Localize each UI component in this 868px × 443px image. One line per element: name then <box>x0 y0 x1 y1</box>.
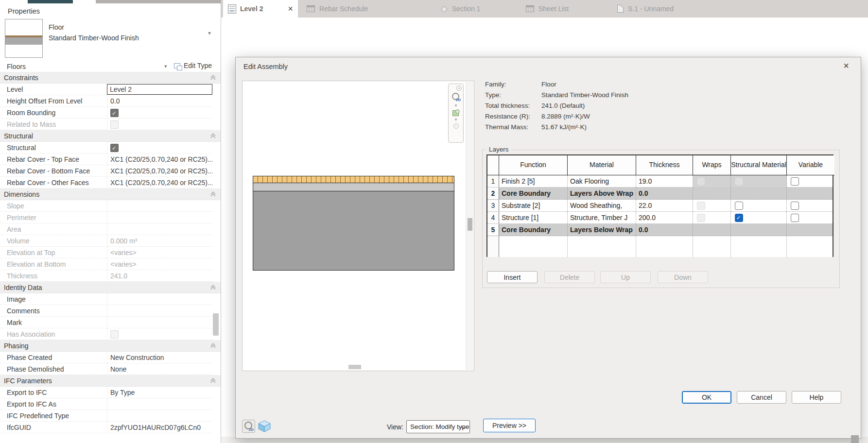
wraps-checkbox[interactable] <box>693 212 731 223</box>
chevron-down-icon[interactable]: ▾ <box>208 30 211 36</box>
property-value[interactable] <box>107 328 212 340</box>
structural-material-checkbox[interactable] <box>731 224 787 236</box>
property-value[interactable]: XC1 (C20/25,0.70,240 or RC25)... <box>107 177 212 188</box>
layer-thickness-cell[interactable] <box>636 236 693 257</box>
collapse-section-icon[interactable] <box>211 134 215 138</box>
property-value[interactable]: <varies> <box>107 247 212 258</box>
property-value[interactable] <box>107 212 212 223</box>
layer-thickness-cell[interactable]: 0.0 <box>636 224 693 236</box>
layer-action-button[interactable]: Delete <box>544 271 595 283</box>
layer-thickness-cell[interactable]: 19.0 <box>636 175 693 187</box>
dialog-button[interactable]: Cancel <box>737 391 786 404</box>
view-tab[interactable]: S.1 - Unnamed <box>617 0 674 17</box>
property-value[interactable] <box>107 398 212 410</box>
layer-function-cell[interactable]: Core Boundary <box>499 224 568 236</box>
property-value[interactable] <box>107 119 212 130</box>
zoom-2d-icon[interactable] <box>451 92 461 102</box>
preview-2d-tool-button[interactable] <box>242 420 255 433</box>
property-value[interactable] <box>107 293 212 305</box>
variable-checkbox[interactable] <box>787 212 834 223</box>
wraps-checkbox[interactable] <box>693 224 731 236</box>
close-icon[interactable]: × <box>843 61 849 70</box>
collapse-section-icon[interactable] <box>211 286 215 290</box>
property-value[interactable] <box>107 223 212 235</box>
variable-checkbox[interactable] <box>787 187 834 199</box>
zoom-region-icon[interactable] <box>452 109 460 116</box>
layer-function-cell[interactable]: Core Boundary <box>499 187 568 199</box>
collapse-section-icon[interactable] <box>211 76 215 80</box>
properties-scrollbar-thumb[interactable] <box>213 313 219 336</box>
dialog-button[interactable]: Help <box>792 391 841 404</box>
property-value[interactable] <box>107 305 212 317</box>
property-value[interactable]: 0.0 <box>107 95 212 107</box>
edit-type-button[interactable]: Edit Type <box>174 62 212 69</box>
property-value[interactable]: 0.000 m³ <box>107 235 212 247</box>
property-value[interactable] <box>107 200 212 212</box>
nav-close-icon[interactable]: × <box>456 85 462 91</box>
wraps-checkbox[interactable] <box>693 236 731 257</box>
property-value[interactable] <box>107 317 212 328</box>
layer-material-cell[interactable]: Layers Above Wrap <box>568 187 636 199</box>
resize-grip[interactable] <box>851 435 859 443</box>
property-value[interactable] <box>107 107 212 119</box>
structural-material-checkbox[interactable] <box>731 187 787 199</box>
wraps-checkbox[interactable] <box>693 200 731 211</box>
property-value[interactable]: 241.0 <box>107 270 212 282</box>
structural-material-checkbox[interactable] <box>731 200 787 211</box>
layer-material-cell[interactable]: Wood Sheathing, <box>568 200 636 211</box>
structural-material-checkbox[interactable] <box>731 212 787 223</box>
collapse-section-icon[interactable] <box>211 379 215 383</box>
layer-function-cell[interactable]: Finish 2 [5] <box>499 175 568 187</box>
view-tab[interactable]: Sheet List <box>526 0 569 17</box>
variable-checkbox[interactable] <box>787 200 834 211</box>
filter-category[interactable]: Floors <box>7 63 26 70</box>
layer-action-button[interactable]: Up <box>600 271 651 283</box>
chevron-down-icon[interactable]: ▾ <box>164 63 167 69</box>
preview-toggle-button[interactable]: Preview >> <box>483 419 536 432</box>
layer-material-cell[interactable]: Layers Below Wrap <box>568 224 636 236</box>
layer-material-cell[interactable] <box>568 236 636 257</box>
chevron-down-icon[interactable]: ▾ <box>455 103 457 108</box>
variable-checkbox[interactable] <box>787 224 834 236</box>
layer-material-cell[interactable]: Structure, Timber J <box>568 212 636 223</box>
variable-checkbox[interactable] <box>787 175 834 187</box>
view-tab[interactable]: Rebar Schedule <box>307 0 368 17</box>
preview-vscroll-thumb[interactable] <box>468 218 472 231</box>
collapse-section-icon[interactable] <box>211 344 215 348</box>
preview-vertical-scrollbar[interactable] <box>466 82 473 370</box>
layer-function-cell[interactable] <box>499 236 568 257</box>
property-value[interactable]: <varies> <box>107 258 212 270</box>
structural-material-checkbox[interactable] <box>731 175 787 187</box>
property-value[interactable]: Level 2 <box>107 84 212 95</box>
property-value[interactable] <box>107 142 212 153</box>
preview-hscroll-thumb[interactable] <box>348 365 361 369</box>
variable-checkbox[interactable] <box>787 236 834 257</box>
view-tab[interactable]: Section 1 <box>440 0 480 17</box>
property-value[interactable]: New Construction <box>107 352 212 363</box>
layer-thickness-cell[interactable]: 200.0 <box>636 212 693 223</box>
layer-action-button[interactable]: Down <box>658 271 708 283</box>
type-selector-name[interactable]: Standard Timber-Wood Finish <box>49 34 139 42</box>
property-value[interactable]: XC1 (C20/25,0.70,240 or RC25)... <box>107 165 212 177</box>
wraps-checkbox[interactable] <box>693 175 731 187</box>
dialog-button[interactable]: OK <box>682 391 731 404</box>
property-value[interactable]: XC1 (C20/25,0.70,240 or RC25)... <box>107 153 212 165</box>
property-value[interactable]: None <box>107 363 212 375</box>
layer-thickness-cell[interactable]: 0.0 <box>636 187 693 199</box>
nav-collapse-icon[interactable]: − <box>453 123 459 129</box>
close-icon[interactable]: × <box>288 4 293 13</box>
structural-material-checkbox[interactable] <box>731 236 787 257</box>
layer-thickness-cell[interactable]: 22.0 <box>636 200 693 211</box>
layer-function-cell[interactable]: Structure [1] <box>499 212 568 223</box>
property-value[interactable]: 2zpfYUO1HAURcD07g6LCn0 <box>107 422 212 433</box>
chevron-down-icon[interactable]: ▾ <box>455 118 457 122</box>
collapse-section-icon[interactable] <box>211 192 215 197</box>
property-value[interactable]: By Type <box>107 387 212 398</box>
layer-action-button[interactable]: Insert <box>487 271 538 283</box>
property-value[interactable] <box>107 410 212 422</box>
layer-material-cell[interactable]: Oak Flooring <box>568 175 636 187</box>
preview-3d-cube-icon[interactable] <box>258 420 271 432</box>
tab-level-2[interactable]: Level 2 × <box>223 0 298 17</box>
wraps-checkbox[interactable] <box>693 187 731 199</box>
view-select[interactable]: Section: Modify type <box>406 420 470 433</box>
